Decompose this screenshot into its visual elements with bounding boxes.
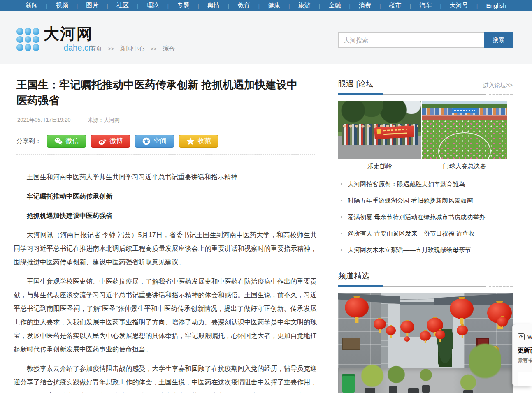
plant	[419, 367, 433, 383]
breadcrumb-separator: >>	[151, 46, 157, 52]
nav-divider: |	[167, 3, 169, 9]
lantern-icon	[420, 331, 431, 341]
headline-text: @所有人 青要山景区发来一份节日祝福 请查收	[348, 230, 475, 238]
share-label: 分享到：	[16, 137, 41, 145]
stadium-banner	[452, 108, 477, 113]
toast-app-name: Wi	[527, 334, 532, 340]
nav-divider: |	[319, 3, 320, 9]
share-favorite-label: 收藏	[198, 137, 211, 146]
list-item[interactable]: 大河网友木木立絮话——五月玫瑰献给母亲节	[338, 242, 513, 258]
bullet-icon	[341, 249, 342, 251]
section-rule	[338, 285, 513, 287]
article-column: 王国生：牢记嘱托推动中医药传承创新 抢抓机遇加快建设中医药强省 2021年05月…	[12, 64, 317, 393]
channel-section: 频道精选	[338, 270, 513, 393]
article-title: 王国生：牢记嘱托推动中医药传承创新 抢抓机遇加快建设中医药强省	[16, 77, 307, 108]
paragraph: 大河网讯（河南日报记者 李铮 冯芸）5月17日，省委书记王国生到河南中医药大学，…	[14, 228, 317, 269]
nav-divider: |	[107, 3, 108, 9]
paragraph-subhead: 抢抓机遇加快建设中医药强省	[14, 209, 317, 222]
lantern-icon	[400, 321, 414, 333]
photo-caption[interactable]: 乐走邙岭	[338, 162, 421, 170]
paragraph: 王国生和河南中医药大学师生共同学习习近平总书记重要讲话和指示精神	[14, 170, 317, 184]
nav-item-property[interactable]: 楼市	[389, 2, 402, 9]
nav-item-theory[interactable]: 理论	[147, 2, 159, 9]
nav-item-topics[interactable]: 专题	[177, 2, 189, 9]
logo-domain: dahe.cn	[44, 44, 93, 52]
lantern-icon	[404, 336, 410, 342]
headline-text: 大河网友木木立絮话——五月玫瑰献给母亲节	[348, 246, 471, 254]
green-trash-bin	[342, 374, 355, 393]
windows-update-toast[interactable]: ⟳ Wi 更新已 需要安	[512, 324, 532, 386]
search-button[interactable]: 搜索	[484, 32, 513, 48]
headline-text: 爱满初夏 母亲节特别活动在绿苑城市书房成功举办	[348, 213, 485, 221]
breadcrumb-category[interactable]: 综合	[163, 45, 175, 52]
dahe-logo-icon	[16, 28, 39, 51]
breadcrumb-separator: >>	[108, 46, 114, 52]
nav-item-dahehao[interactable]: 大河号	[450, 2, 468, 9]
nav-item-community[interactable]: 社区	[116, 2, 129, 9]
nav-divider: |	[137, 3, 138, 9]
forum-photo-hiking[interactable]	[338, 101, 421, 159]
nav-divider: |	[288, 3, 290, 9]
lantern-icon	[386, 326, 396, 335]
forum-section-title: 眼遇 |论坛	[338, 79, 374, 89]
bullet-icon	[341, 200, 342, 201]
flower-pot	[463, 390, 473, 393]
lantern-icon	[497, 317, 508, 327]
source-label: 来源：	[88, 117, 104, 123]
bullet-icon	[341, 233, 342, 234]
nav-item-finance[interactable]: 金融	[328, 2, 341, 9]
list-item[interactable]: 时隔五年重游蝶湖公园 看旧貌换新颜风景如画	[338, 192, 513, 209]
plant	[360, 361, 385, 390]
channel-photo-lantern-alley[interactable]	[338, 293, 513, 393]
nav-item-consume[interactable]: 消费	[359, 2, 371, 9]
bullet-icon	[341, 183, 342, 185]
share-wechat-label: 微信	[66, 137, 79, 146]
logo-text: 大河网 dahe.cn	[44, 25, 93, 52]
paragraph-subhead: 牢记嘱托推动中医药传承创新	[14, 190, 317, 203]
flower-pot	[365, 388, 375, 393]
nav-divider: |	[410, 3, 411, 9]
site-logo[interactable]: 大河网 dahe.cn	[16, 25, 93, 52]
main-content: 王国生：牢记嘱托推动中医药传承创新 抢抓机遇加快建设中医药强省 2021年05月…	[0, 64, 532, 393]
nav-item-news[interactable]: 新闻	[26, 2, 38, 9]
search-input[interactable]	[338, 32, 484, 48]
nav-divider: |	[349, 3, 351, 9]
enter-forum-link[interactable]: 进入论坛>>	[483, 82, 513, 89]
share-favorite-button[interactable]: 收藏	[179, 135, 218, 148]
forum-photo-gateball[interactable]	[422, 101, 507, 159]
photo-caption[interactable]: 门球大赛总决赛	[422, 162, 507, 170]
nav-item-video[interactable]: 视频	[56, 2, 68, 9]
nav-item-opinion[interactable]: 舆情	[207, 2, 220, 9]
breadcrumb: 首页 >> 新闻中心 >> 综合	[90, 45, 175, 53]
share-qzone-button[interactable]: 空间	[135, 135, 174, 148]
star-icon	[186, 137, 195, 145]
bullet-icon	[341, 216, 342, 218]
nav-item-health[interactable]: 健康	[268, 2, 280, 9]
nav-divider: |	[77, 3, 78, 9]
share-wechat-button[interactable]: 微信	[47, 135, 86, 148]
list-item[interactable]: @所有人 青要山景区发来一份节日祝福 请查收	[338, 225, 513, 242]
headline-text: 时隔五年重游蝶湖公园 看旧貌换新颜风景如画	[348, 197, 473, 205]
flower-pot	[422, 385, 430, 393]
nav-item-pictures[interactable]: 图片	[86, 2, 98, 9]
share-weibo-button[interactable]: 微博	[91, 135, 130, 148]
flower-pot	[389, 386, 397, 393]
section-rule	[338, 93, 513, 95]
breadcrumb-home[interactable]: 首页	[90, 45, 102, 52]
toast-action-button[interactable]	[518, 372, 532, 386]
nav-item-english[interactable]: English	[486, 2, 506, 9]
article-meta: 2021年05月17日19:20 来源：大河网	[17, 116, 317, 124]
headline-text: 大河网拍客原创：眼遇戴胜夫妇辛勤育雏鸟	[348, 180, 465, 188]
nav-item-travel[interactable]: 旅游	[298, 2, 311, 9]
nav-divider: |	[228, 3, 229, 9]
list-item[interactable]: 爱满初夏 母亲节特别活动在绿苑城市书房成功举办	[338, 209, 513, 225]
channel-section-title: 频道精选	[338, 270, 369, 281]
list-item[interactable]: 大河网拍客原创：眼遇戴胜夫妇辛勤育雏鸟	[338, 176, 513, 192]
breadcrumb-news-center[interactable]: 新闻中心	[120, 45, 145, 52]
share-weibo-label: 微博	[110, 137, 123, 146]
sports-field	[422, 120, 507, 159]
nav-item-auto[interactable]: 汽车	[419, 2, 432, 9]
nav-item-education[interactable]: 教育	[237, 2, 250, 9]
toast-title: 更新已	[518, 347, 532, 354]
plant	[387, 363, 406, 386]
